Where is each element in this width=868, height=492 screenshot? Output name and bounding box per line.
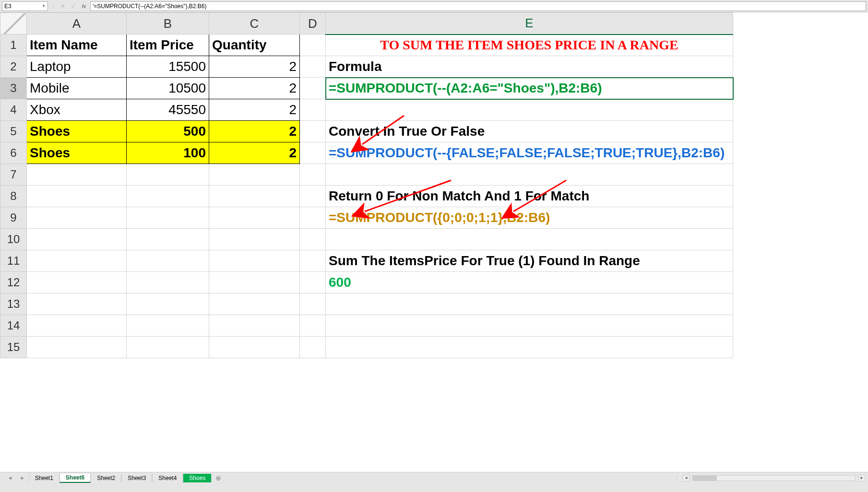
cell-C3[interactable]: 2 — [209, 78, 300, 99]
cell-E12[interactable]: 600 — [326, 272, 733, 293]
row-head-2[interactable]: 2 — [0, 56, 27, 78]
row-head-8[interactable]: 8 — [0, 186, 27, 207]
row-head-4[interactable]: 4 — [0, 99, 27, 121]
cell-B13[interactable] — [127, 293, 209, 315]
row-head-13[interactable]: 13 — [0, 293, 27, 315]
cell-A13[interactable] — [27, 293, 127, 315]
col-head-B[interactable]: B — [127, 13, 209, 35]
cell-C4[interactable]: 2 — [209, 99, 300, 121]
cell-E14[interactable] — [326, 315, 733, 337]
cell-C13[interactable] — [209, 293, 300, 315]
cell-C14[interactable] — [209, 315, 300, 337]
formula-input[interactable]: '=SUMPRODUCT(--(A2:A6="Shoes"),B2:B6) — [90, 1, 866, 11]
cell-B9[interactable] — [127, 207, 209, 229]
cell-A1[interactable]: Item Name — [27, 35, 127, 56]
cell-D1[interactable] — [300, 35, 326, 56]
tab-nav-prev-icon[interactable]: ◄ — [4, 475, 16, 480]
cell-B10[interactable] — [127, 229, 209, 250]
cell-C12[interactable] — [209, 272, 300, 293]
cell-C10[interactable] — [209, 229, 300, 250]
cell-E8[interactable]: Return 0 For Non Match And 1 For Match — [326, 186, 733, 207]
cell-D9[interactable] — [300, 207, 326, 229]
row-head-3[interactable]: 3 — [0, 78, 27, 99]
cell-B1[interactable]: Item Price — [127, 35, 209, 56]
cell-D6[interactable] — [300, 142, 326, 164]
sheet-tab-sheet6[interactable]: Sheet6 — [59, 473, 91, 483]
cell-B7[interactable] — [127, 164, 209, 186]
scroll-right-icon[interactable]: ► — [858, 475, 865, 481]
cell-A7[interactable] — [27, 164, 127, 186]
row-head-7[interactable]: 7 — [0, 164, 27, 186]
name-box[interactable]: E3 ▼ — [2, 1, 48, 11]
cell-B4[interactable]: 45550 — [127, 99, 209, 121]
col-head-D[interactable]: D — [300, 13, 326, 35]
col-head-A[interactable]: A — [27, 13, 127, 35]
cell-C8[interactable] — [209, 186, 300, 207]
horizontal-scrollbar[interactable] — [692, 475, 856, 481]
cell-E9[interactable]: =SUMPRODUCT({0;0;0;1;1},B2:B6) — [326, 207, 733, 229]
cell-B14[interactable] — [127, 315, 209, 337]
cell-B12[interactable] — [127, 272, 209, 293]
cell-C9[interactable] — [209, 207, 300, 229]
cell-D15[interactable] — [300, 337, 326, 358]
cell-D13[interactable] — [300, 293, 326, 315]
cell-A8[interactable] — [27, 186, 127, 207]
sheet-tab-shoes[interactable]: Shoes — [183, 474, 212, 482]
select-all-corner[interactable] — [0, 13, 27, 35]
cell-A15[interactable] — [27, 337, 127, 358]
cell-E11[interactable]: Sum The ItemsPrice For True (1) Found In… — [326, 250, 733, 272]
cell-C6[interactable]: 2 — [209, 142, 300, 164]
cell-C11[interactable] — [209, 250, 300, 272]
chevron-down-icon[interactable]: ▼ — [42, 4, 46, 8]
cell-B2[interactable]: 15500 — [127, 56, 209, 78]
cell-C1[interactable]: Quantity — [209, 35, 300, 56]
cell-E13[interactable] — [326, 293, 733, 315]
sheet-tab-sheet3[interactable]: Sheet3 — [121, 474, 152, 482]
cell-D8[interactable] — [300, 186, 326, 207]
cell-A5[interactable]: Shoes — [27, 121, 127, 142]
row-head-5[interactable]: 5 — [0, 121, 27, 142]
cell-E6[interactable]: =SUMPRODUCT(--{FALSE;FALSE;FALSE;TRUE;TR… — [326, 142, 733, 164]
cell-D12[interactable] — [300, 272, 326, 293]
row-head-9[interactable]: 9 — [0, 207, 27, 229]
cell-E2[interactable]: Formula — [326, 56, 733, 78]
cell-A6[interactable]: Shoes — [27, 142, 127, 164]
tab-nav-next-icon[interactable]: ► — [16, 475, 29, 480]
fx-icon[interactable]: fx — [80, 2, 88, 11]
row-head-11[interactable]: 11 — [0, 250, 27, 272]
cell-B5[interactable]: 500 — [127, 121, 209, 142]
cell-C7[interactable] — [209, 164, 300, 186]
sheet-tab-sheet2[interactable]: Sheet2 — [91, 474, 121, 482]
cell-C15[interactable] — [209, 337, 300, 358]
cell-E3[interactable]: =SUMPRODUCT(--(A2:A6="Shoes"),B2:B6) — [326, 78, 733, 99]
col-head-C[interactable]: C — [209, 13, 300, 35]
cell-D3[interactable] — [300, 78, 326, 99]
new-sheet-button[interactable]: ⊕ — [212, 474, 225, 482]
cell-D11[interactable] — [300, 250, 326, 272]
row-head-6[interactable]: 6 — [0, 142, 27, 164]
cell-E15[interactable] — [326, 337, 733, 358]
cell-B8[interactable] — [127, 186, 209, 207]
row-head-14[interactable]: 14 — [0, 315, 27, 337]
cell-C5[interactable]: 2 — [209, 121, 300, 142]
cell-E7[interactable] — [326, 164, 733, 186]
cell-E10[interactable] — [326, 229, 733, 250]
row-head-12[interactable]: 12 — [0, 272, 27, 293]
col-head-E[interactable]: E — [326, 13, 733, 35]
cell-D7[interactable] — [300, 164, 326, 186]
cell-A2[interactable]: Laptop — [27, 56, 127, 78]
row-head-1[interactable]: 1 — [0, 35, 27, 56]
cell-A11[interactable] — [27, 250, 127, 272]
sheet-tab-sheet1[interactable]: Sheet1 — [29, 474, 59, 482]
cell-D14[interactable] — [300, 315, 326, 337]
spreadsheet-grid[interactable]: A B C D E 1 Item Name Item Price Quantit… — [0, 12, 868, 472]
scroll-left-icon[interactable]: ◄ — [683, 475, 690, 481]
cell-B15[interactable] — [127, 337, 209, 358]
cell-C2[interactable]: 2 — [209, 56, 300, 78]
cell-A3[interactable]: Mobile — [27, 78, 127, 99]
sheet-tab-sheet4[interactable]: Sheet4 — [152, 474, 183, 482]
cell-D10[interactable] — [300, 229, 326, 250]
row-head-15[interactable]: 15 — [0, 337, 27, 358]
cell-A10[interactable] — [27, 229, 127, 250]
cell-D5[interactable] — [300, 121, 326, 142]
